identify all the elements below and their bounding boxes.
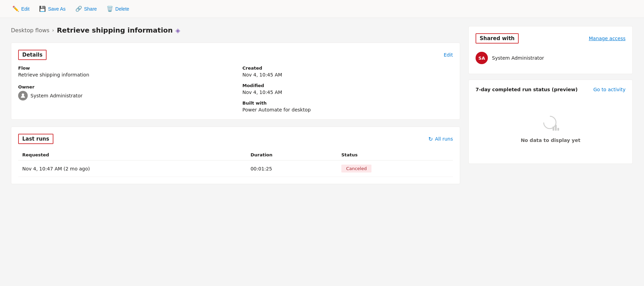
- all-runs-link[interactable]: ↻ All runs: [428, 136, 453, 142]
- users-list: SA System Administrator: [476, 49, 626, 67]
- delete-icon: 🗑️: [106, 5, 113, 12]
- svg-rect-4: [557, 128, 559, 131]
- share-label: Share: [84, 6, 97, 12]
- built-with-label: Built with: [242, 100, 453, 106]
- built-with-value: Power Automate for desktop: [242, 107, 453, 112]
- table-row: Nov 4, 10:47 AM (2 mo ago) 00:01:25 Canc…: [18, 160, 453, 177]
- col-requested: Requested: [18, 150, 247, 160]
- modified-group: Modified Nov 4, 10:45 AM: [242, 83, 453, 95]
- cell-duration: 00:01:25: [247, 160, 337, 177]
- run-status-title: 7-day completed run status (preview): [476, 87, 578, 92]
- diamond-icon: ◈: [175, 27, 180, 34]
- owner-group: Owner System Administrator: [18, 84, 229, 100]
- status-badge: Canceled: [341, 165, 371, 172]
- details-card-header: Details Edit: [18, 50, 453, 60]
- col-status: Status: [337, 150, 453, 160]
- breadcrumb-current: Retrieve shipping information: [57, 26, 173, 34]
- owner-value: System Administrator: [30, 93, 83, 98]
- edit-button[interactable]: ✏️ Edit: [8, 3, 34, 14]
- edit-icon: ✏️: [12, 5, 19, 12]
- svg-rect-2: [553, 127, 554, 131]
- shared-with-header: Shared with Manage access: [476, 33, 626, 44]
- flow-group: Flow Retrieve shipping information: [18, 65, 229, 78]
- share-button[interactable]: 🔗 Share: [71, 3, 101, 14]
- shared-with-card: Shared with Manage access SA System Admi…: [468, 26, 633, 74]
- shared-with-title: Shared with: [476, 33, 519, 44]
- last-runs-title: Last runs: [18, 134, 53, 144]
- delete-label: Delete: [115, 6, 129, 12]
- go-to-activity-link[interactable]: Go to activity: [593, 87, 626, 92]
- created-value: Nov 4, 10:45 AM: [242, 72, 453, 78]
- toolbar: ✏️ Edit 💾 Save As 🔗 Share 🗑️ Delete: [0, 0, 644, 18]
- user-avatar: SA: [476, 52, 488, 64]
- svg-rect-3: [555, 125, 557, 131]
- manage-access-link[interactable]: Manage access: [589, 36, 626, 41]
- right-column: Shared with Manage access SA System Admi…: [468, 26, 633, 184]
- main-content: Desktop flows › Retrieve shipping inform…: [0, 18, 644, 192]
- left-column: Desktop flows › Retrieve shipping inform…: [11, 26, 460, 184]
- last-runs-header: Last runs ↻ All runs: [18, 134, 453, 144]
- cell-requested: Nov 4, 10:47 AM (2 mo ago): [18, 160, 247, 177]
- breadcrumb-separator: ›: [52, 27, 54, 33]
- table-header-row: Requested Duration Status: [18, 150, 453, 160]
- details-card-title: Details: [18, 50, 47, 60]
- details-edit-link[interactable]: Edit: [444, 52, 453, 58]
- details-grid: Flow Retrieve shipping information Owner: [18, 65, 453, 112]
- created-label: Created: [242, 65, 453, 71]
- flow-value: Retrieve shipping information: [18, 72, 229, 78]
- details-left: Flow Retrieve shipping information Owner: [18, 65, 229, 112]
- created-group: Created Nov 4, 10:45 AM: [242, 65, 453, 78]
- modified-label: Modified: [242, 83, 453, 88]
- col-duration: Duration: [247, 150, 337, 160]
- details-card: Details Edit Flow Retrieve shipping info…: [11, 43, 460, 120]
- breadcrumb: Desktop flows › Retrieve shipping inform…: [11, 26, 460, 34]
- owner-label: Owner: [18, 84, 229, 90]
- svg-point-0: [22, 94, 24, 96]
- delete-button[interactable]: 🗑️ Delete: [102, 3, 133, 14]
- run-status-header: 7-day completed run status (preview) Go …: [476, 87, 626, 92]
- owner-row: System Administrator: [18, 91, 229, 100]
- edit-label: Edit: [21, 6, 29, 12]
- details-right: Created Nov 4, 10:45 AM Modified Nov 4, …: [242, 65, 453, 112]
- all-runs-label: All runs: [435, 136, 453, 142]
- cell-status: Canceled: [337, 160, 453, 177]
- modified-value: Nov 4, 10:45 AM: [242, 90, 453, 95]
- share-icon: 🔗: [75, 5, 82, 12]
- run-status-card: 7-day completed run status (preview) Go …: [468, 80, 633, 164]
- breadcrumb-parent[interactable]: Desktop flows: [11, 27, 49, 34]
- user-name: System Administrator: [492, 55, 544, 61]
- refresh-icon: ↻: [428, 136, 433, 142]
- runs-table: Requested Duration Status Nov 4, 10:47 A…: [18, 150, 453, 177]
- no-data-text: No data to display yet: [521, 138, 580, 143]
- save-as-label: Save As: [48, 6, 65, 12]
- no-data-icon: [540, 113, 561, 133]
- last-runs-card: Last runs ↻ All runs Requested Duration …: [11, 127, 460, 184]
- flow-label: Flow: [18, 65, 229, 71]
- save-as-icon: 💾: [39, 5, 46, 12]
- built-with-group: Built with Power Automate for desktop: [242, 100, 453, 112]
- owner-avatar: [18, 91, 28, 100]
- no-data-container: No data to display yet: [476, 99, 626, 157]
- user-row: SA System Administrator: [476, 49, 626, 67]
- save-as-button[interactable]: 💾 Save As: [35, 3, 70, 14]
